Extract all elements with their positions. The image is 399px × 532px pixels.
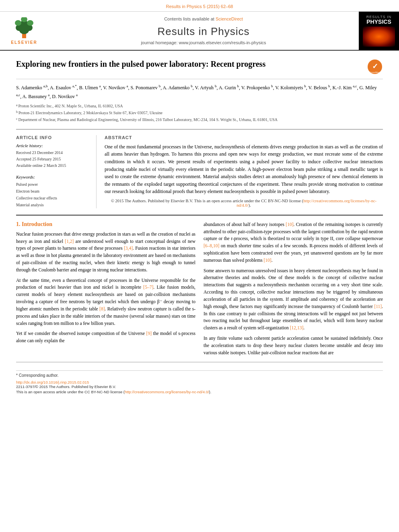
journal-ref-link[interactable]: Results in Physics 5 (2015) 62–68 xyxy=(166,4,233,9)
received-date: Received 23 December 2014 xyxy=(16,150,90,156)
footer-divider xyxy=(16,362,383,362)
intro-para-1: Nuclear fusion processes that drive ener… xyxy=(16,231,195,274)
top-bar: Results in Physics 5 (2015) 62–68 xyxy=(0,0,399,12)
abstract-col: ABSTRACT One of the most fundamental pro… xyxy=(105,135,383,208)
affil-a-text: Proton Scientific Inc., 402 N. Maple St.… xyxy=(19,103,123,109)
affiliations: a Proton Scientific Inc., 402 N. Maple S… xyxy=(16,103,383,123)
affil-a: a Proton Scientific Inc., 402 N. Maple S… xyxy=(16,103,383,109)
affil-b: b Proton-21 Electrodynamics Laboratory, … xyxy=(16,110,383,116)
badge-image xyxy=(363,27,395,47)
svg-text:CrossMark: CrossMark xyxy=(369,71,381,74)
doi-link[interactable]: http://dx.doi.org/10.1016/j.rinp.2015.02… xyxy=(16,380,89,384)
keyword-3: Collective nuclear effects xyxy=(16,195,90,201)
article-title: Exploring new frontiers in the pulsed po… xyxy=(16,59,363,69)
doi-line: http://dx.doi.org/10.1016/j.rinp.2015.02… xyxy=(16,380,383,384)
page-wrapper: Results in Physics 5 (2015) 62–68 ELSEVI… xyxy=(0,0,399,532)
affil-b-text: Proton-21 Electrodynamics Laboratory, 2 … xyxy=(19,110,162,116)
journal-homepage: journal homepage: www.journals.elsevier.… xyxy=(141,40,266,45)
header-center: Contents lists available at ScienceDirec… xyxy=(48,12,359,50)
intro-para-6: In any finite volume such coherent parti… xyxy=(204,335,383,356)
article-info-col: ARTICLE INFO Article history: Received 2… xyxy=(16,135,97,208)
elsevier-tree-icon xyxy=(12,17,36,39)
abstract-text: One of the most fundamental processes in… xyxy=(105,143,383,195)
article-title-text: Exploring new frontiers in the pulsed po… xyxy=(16,59,363,69)
cc-license-link[interactable]: http://creativecommons.org/licenses/by-n… xyxy=(237,199,376,207)
sciencedirect-link[interactable]: ScienceDirect xyxy=(216,16,243,21)
article-title-section: Exploring new frontiers in the pulsed po… xyxy=(16,59,383,79)
corresponding-note: * Corresponding author. xyxy=(16,373,383,378)
elsevier-logo: ELSEVIER xyxy=(11,17,37,45)
keywords-title: Keywords: xyxy=(16,175,90,179)
intro-para-5: Some answers to numerous unresolved issu… xyxy=(204,267,383,332)
keyword-4: Material analysis xyxy=(16,201,90,208)
keyword-1: Pulsed power xyxy=(16,181,90,188)
article-content: Exploring new frontiers in the pulsed po… xyxy=(0,51,399,403)
intro-para-4: abundances of about half of heavy isotop… xyxy=(204,221,383,264)
article-info-abstract: ARTICLE INFO Article history: Received 2… xyxy=(16,129,383,208)
cc-footnote-link[interactable]: http://creativecommons.org/licenses/by-n… xyxy=(125,390,209,394)
intro-para-3: Yet if we consider the observed isotope … xyxy=(16,330,195,345)
journal-title: Results in Physics xyxy=(158,25,250,38)
body-two-col: 1. Introduction Nuclear fusion processes… xyxy=(16,221,383,360)
svg-text:✓: ✓ xyxy=(372,62,378,70)
article-info-label: ARTICLE INFO xyxy=(16,135,90,140)
available-date: Available online 2 March 2015 xyxy=(16,162,90,169)
page-footer: * Corresponding author. http://dx.doi.or… xyxy=(16,370,383,394)
svg-point-6 xyxy=(27,20,33,26)
accepted-date: Accepted 25 February 2015 xyxy=(16,156,90,162)
history-title: Article history: xyxy=(16,143,90,148)
article-history: Article history: Received 23 December 20… xyxy=(16,143,90,169)
sciencedirect-line: Contents lists available at ScienceDirec… xyxy=(164,16,243,21)
results-in-physics-badge-area: results in PHYSICS xyxy=(359,12,399,50)
sciencedirect-label: Contents lists available at xyxy=(164,16,214,21)
open-access-line: This is an open access article under the… xyxy=(16,390,383,394)
authors-line: S. Adamenko a,b, A. Esaulov a,*, B. Ulme… xyxy=(16,83,383,100)
intro-heading: 1. Introduction xyxy=(16,221,195,228)
elsevier-logo-area: ELSEVIER xyxy=(0,12,48,50)
affil-c: c Department of Nuclear, Plasma and Radi… xyxy=(16,117,383,123)
body-section: 1. Introduction Nuclear fusion processes… xyxy=(16,215,383,360)
issn-line: 2211-3797/© 2015 The Authors. Published … xyxy=(16,384,383,389)
journal-header: ELSEVIER Contents lists available at Sci… xyxy=(0,12,399,51)
body-col-left: 1. Introduction Nuclear fusion processes… xyxy=(16,221,195,360)
keyword-2: Electron beam xyxy=(16,188,90,195)
badge-physics-text: PHYSICS xyxy=(366,19,391,25)
intro-para-2: At the same time, even a theoretical con… xyxy=(16,277,195,327)
svg-point-5 xyxy=(15,20,21,26)
affil-c-text: Department of Nuclear, Plasma and Radiol… xyxy=(19,117,278,123)
abstract-label: ABSTRACT xyxy=(105,135,383,140)
crossmark-badge: ✓ CrossMark xyxy=(367,59,383,75)
copyright-line: © 2015 The Authors. Published by Elsevie… xyxy=(105,199,383,207)
results-physics-badge: results in PHYSICS xyxy=(362,15,396,47)
keywords-section: Keywords: Pulsed power Electron beam Col… xyxy=(16,175,90,208)
elsevier-label: ELSEVIER xyxy=(11,40,37,45)
body-col-right: abundances of about half of heavy isotop… xyxy=(204,221,383,360)
